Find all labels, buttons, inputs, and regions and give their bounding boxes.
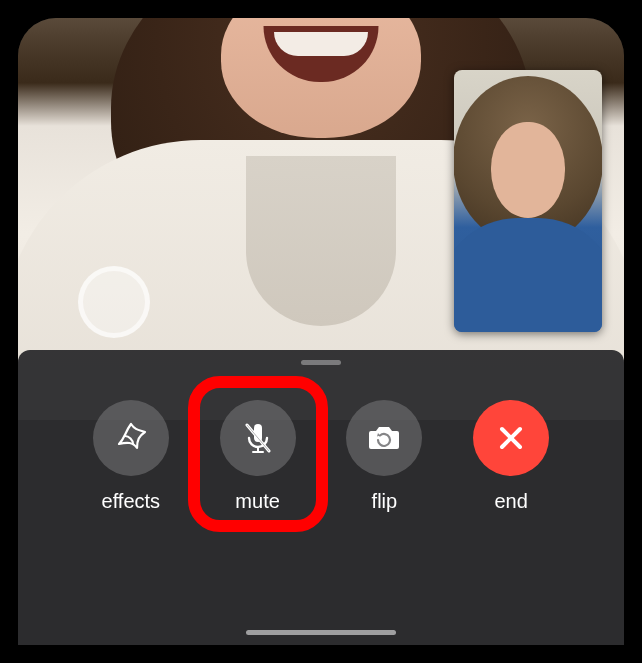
remote-hoodie-neck [246, 156, 396, 326]
controls-panel[interactable]: effects mute [18, 350, 624, 645]
star-swirl-icon [111, 418, 151, 458]
mute-button[interactable] [220, 400, 296, 476]
flip-button[interactable] [346, 400, 422, 476]
svg-rect-2 [252, 451, 264, 453]
local-shirt [454, 218, 602, 332]
device-frame: effects mute [0, 0, 642, 663]
end-control: end [473, 400, 549, 513]
remote-video[interactable] [18, 18, 624, 378]
end-label: end [495, 490, 528, 513]
mic-slash-icon [238, 418, 278, 458]
effects-control: effects [93, 400, 169, 513]
mute-label: mute [235, 490, 279, 513]
flip-control: flip [346, 400, 422, 513]
remote-teeth [274, 32, 368, 56]
camera-rotate-icon [363, 417, 405, 459]
end-button[interactable] [473, 400, 549, 476]
effects-button[interactable] [93, 400, 169, 476]
controls-row: effects mute [18, 400, 624, 513]
close-x-icon [493, 420, 529, 456]
local-video-preview[interactable] [454, 70, 602, 332]
local-face [491, 122, 565, 218]
effects-label: effects [102, 490, 161, 513]
mute-control: mute [220, 400, 296, 513]
shutter-button[interactable] [78, 266, 150, 338]
screen: effects mute [18, 18, 624, 645]
home-indicator[interactable] [246, 630, 396, 635]
flip-label: flip [372, 490, 398, 513]
drag-handle[interactable] [301, 360, 341, 365]
